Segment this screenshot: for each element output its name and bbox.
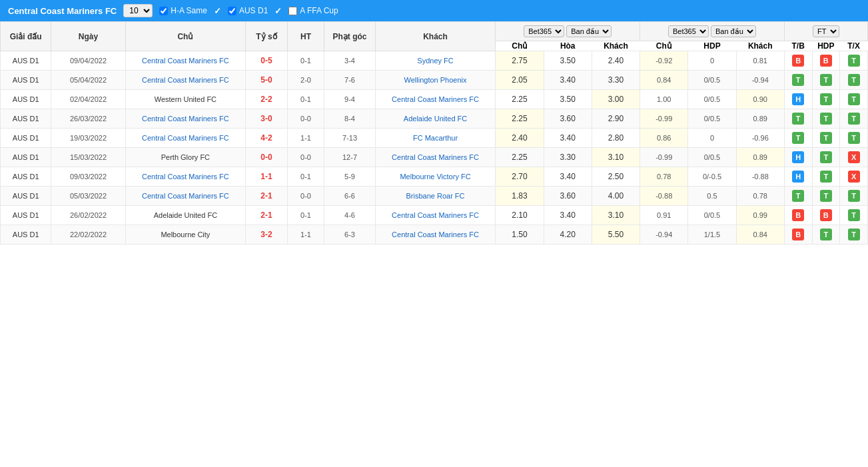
td-league: AUS D1 — [1, 148, 51, 167]
td-o1: 2.25 — [496, 90, 544, 109]
td-od: 3.60 — [544, 187, 592, 206]
td-o1: 1.50 — [496, 225, 544, 244]
td-h2: 0.89 — [736, 109, 784, 129]
td-away[interactable]: Brisbane Roar FC — [375, 187, 496, 206]
ft-select[interactable]: FT — [813, 25, 839, 37]
td-tb: T — [784, 187, 812, 206]
td-home[interactable]: Perth Glory FC — [125, 148, 246, 167]
td-home[interactable]: Central Coast Mariners FC — [125, 51, 246, 71]
table-row: AUS D1 02/04/2022 Western United FC 2-2 … — [1, 90, 868, 109]
td-away[interactable]: Central Coast Mariners FC — [375, 225, 496, 244]
checkbox-ha-same[interactable] — [159, 7, 168, 15]
td-o2: 3.10 — [592, 148, 640, 167]
td-h2: 0.99 — [736, 206, 784, 225]
td-hdp-r: T — [812, 187, 840, 206]
td-od: 3.50 — [544, 51, 592, 71]
td-tx: X — [840, 167, 868, 187]
td-hdp-r: T — [812, 109, 840, 129]
main-container: Central Coast Mariners FC 51015202530 H-… — [0, 0, 868, 467]
td-score: 3-2 — [246, 225, 288, 244]
td-tb: H — [784, 90, 812, 109]
th-ht: HT — [287, 22, 324, 51]
td-hdp-r: T — [812, 167, 840, 187]
td-hdp-r: T — [812, 148, 840, 167]
td-hdp: 0/0.5 — [688, 148, 736, 167]
count-select[interactable]: 51015202530 — [123, 4, 153, 17]
th-hoa1: Hòa — [544, 41, 592, 51]
td-date: 26/03/2022 — [51, 109, 125, 129]
td-home[interactable]: Central Coast Mariners FC — [125, 129, 246, 148]
td-away[interactable]: FC Macarthur — [375, 129, 496, 148]
td-away[interactable]: Sydney FC — [375, 51, 496, 71]
odds-type-2-select[interactable]: Ban đầu — [711, 25, 756, 37]
td-score: 2-2 — [246, 90, 288, 109]
td-home[interactable]: Central Coast Mariners FC — [125, 167, 246, 187]
td-hdp-r: T — [812, 129, 840, 148]
td-o2: 3.30 — [592, 71, 640, 90]
td-ht: 1-1 — [287, 225, 324, 244]
td-o1: 2.40 — [496, 129, 544, 148]
table-row: AUS D1 09/03/2022 Central Coast Mariners… — [1, 167, 868, 187]
th-odds-group1: Bet365 Ban đầu — [496, 22, 640, 41]
odds-provider-2-select[interactable]: Bet365 — [668, 25, 709, 37]
td-home[interactable]: Melbourne City — [125, 225, 246, 244]
td-score: 3-0 — [246, 109, 288, 129]
td-o2: 2.50 — [592, 167, 640, 187]
th-score: Tỷ số — [246, 22, 288, 51]
td-away[interactable]: Central Coast Mariners FC — [375, 206, 496, 225]
td-ht: 0-0 — [287, 109, 324, 129]
td-date: 02/04/2022 — [51, 90, 125, 109]
td-od: 3.40 — [544, 167, 592, 187]
team-name-label: Central Coast Mariners FC — [8, 6, 117, 16]
td-h2: 0.89 — [736, 148, 784, 167]
matches-body: AUS D1 09/04/2022 Central Coast Mariners… — [1, 51, 868, 244]
checkbox-aus-d1[interactable] — [228, 7, 236, 15]
td-corner: 3-4 — [324, 51, 375, 71]
td-date: 26/02/2022 — [51, 206, 125, 225]
td-away[interactable]: Adelaide United FC — [375, 109, 496, 129]
th-league: Giải đấu — [1, 22, 51, 51]
td-score: 5-0 — [246, 71, 288, 90]
td-home[interactable]: Central Coast Mariners FC — [125, 71, 246, 90]
td-hdp: 0 — [688, 51, 736, 71]
td-home[interactable]: Western United FC — [125, 90, 246, 109]
td-tb: H — [784, 167, 812, 187]
table-row: AUS D1 26/03/2022 Central Coast Mariners… — [1, 109, 868, 129]
td-corner: 8-4 — [324, 109, 375, 129]
td-tb: T — [784, 71, 812, 90]
td-o1: 2.25 — [496, 109, 544, 129]
td-away[interactable]: Central Coast Mariners FC — [375, 90, 496, 109]
th-ft: FT — [784, 22, 867, 41]
th-tx: T/X — [840, 41, 868, 51]
td-hdp: 0/0.5 — [688, 71, 736, 90]
odds-type-1-select[interactable]: Ban đầu — [566, 25, 612, 37]
td-h1: -0.99 — [640, 148, 688, 167]
td-od: 3.40 — [544, 129, 592, 148]
th-date: Ngày — [51, 22, 125, 51]
th-tb: T/B — [784, 41, 812, 51]
odds-provider-1-select[interactable]: Bet365 — [524, 25, 564, 37]
td-od: 3.30 — [544, 148, 592, 167]
td-hdp: 0/0.5 — [688, 90, 736, 109]
td-h1: 0.84 — [640, 71, 688, 90]
td-home[interactable]: Central Coast Mariners FC — [125, 109, 246, 129]
td-tx: T — [840, 90, 868, 109]
td-h2: -0.88 — [736, 167, 784, 187]
td-od: 3.40 — [544, 206, 592, 225]
td-away[interactable]: Central Coast Mariners FC — [375, 148, 496, 167]
td-h1: 1.00 — [640, 90, 688, 109]
td-away[interactable]: Melbourne Victory FC — [375, 167, 496, 187]
td-date: 15/03/2022 — [51, 148, 125, 167]
td-o2: 2.80 — [592, 129, 640, 148]
td-home[interactable]: Central Coast Mariners FC — [125, 187, 246, 206]
td-tx: T — [840, 71, 868, 90]
td-o2: 3.10 — [592, 206, 640, 225]
checkbox-ffa-cup[interactable] — [288, 7, 297, 15]
td-league: AUS D1 — [1, 71, 51, 90]
td-h2: 0.81 — [736, 51, 784, 71]
td-home[interactable]: Adelaide United FC — [125, 206, 246, 225]
td-corner: 7-6 — [324, 71, 375, 90]
td-corner: 5-9 — [324, 167, 375, 187]
td-score: 2-1 — [246, 187, 288, 206]
td-away[interactable]: Wellington Phoenix — [375, 71, 496, 90]
